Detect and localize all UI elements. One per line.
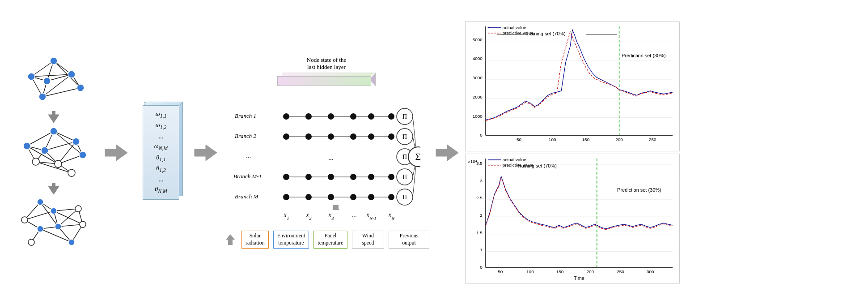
- svg-point-137: [350, 194, 356, 200]
- svg-marker-149: [436, 145, 458, 161]
- svg-text:Prediction set (30%): Prediction set (30%): [622, 53, 665, 58]
- vector-item-2: ω1,2: [146, 120, 176, 132]
- svg-text:50: 50: [517, 137, 522, 142]
- svg-point-14: [43, 77, 51, 85]
- svg-line-56: [58, 224, 83, 227]
- vector-item-8: θN,M: [146, 185, 176, 196]
- svg-text:200: 200: [587, 269, 594, 274]
- vector-item-5: θ1,1: [146, 153, 176, 164]
- svg-text:X1: X1: [283, 212, 289, 221]
- svg-point-70: [68, 239, 75, 245]
- svg-text:Π: Π: [402, 113, 407, 120]
- svg-text:5000: 5000: [473, 37, 483, 42]
- svg-point-122: [305, 133, 312, 140]
- svg-point-62: [37, 199, 43, 205]
- svg-line-20: [27, 131, 54, 146]
- svg-point-116: [305, 113, 312, 120]
- svg-text:1000: 1000: [473, 114, 483, 119]
- svg-rect-179: [466, 154, 679, 283]
- svg-point-118: [350, 113, 356, 120]
- svg-text:XN: XN: [388, 212, 395, 221]
- svg-text:50: 50: [498, 269, 503, 274]
- svg-point-39: [72, 138, 80, 145]
- svg-marker-148: [226, 234, 235, 245]
- svg-point-130: [328, 174, 334, 180]
- svg-point-126: [388, 133, 394, 140]
- vector-section: ω1,1 ω1,2 ... ωN,M θ1,1 θ1,2 ... θN,M: [134, 105, 188, 200]
- svg-point-63: [21, 217, 28, 223]
- mid-graph: [18, 126, 89, 180]
- svg-point-123: [328, 133, 334, 140]
- svg-rect-19: [52, 111, 55, 116]
- svg-text:predictive value: predictive value: [503, 30, 534, 35]
- svg-text:100: 100: [526, 269, 534, 274]
- svg-text:1.5: 1.5: [476, 230, 483, 235]
- svg-point-132: [368, 174, 374, 180]
- svg-point-43: [68, 169, 75, 176]
- down-arrow-1: [45, 110, 63, 124]
- svg-text:Π: Π: [402, 154, 407, 160]
- label-wind: Wind speed: [352, 231, 384, 248]
- input-legend: Solarradiation Environmenttemperature Pa…: [224, 231, 429, 248]
- svg-point-131: [350, 174, 356, 180]
- svg-text:Π: Π: [402, 133, 407, 140]
- arrow-right-2: [192, 139, 219, 166]
- network-section: Node state of thelast hidden layer Branc…: [224, 56, 429, 248]
- svg-text:...: ...: [351, 211, 356, 219]
- svg-point-36: [50, 128, 57, 135]
- svg-text:200: 200: [615, 137, 623, 142]
- svg-text:Prediction set (30%): Prediction set (30%): [617, 187, 661, 193]
- svg-text:0: 0: [480, 133, 483, 137]
- svg-point-40: [79, 151, 86, 159]
- svg-text:150: 150: [556, 269, 564, 274]
- label-solar: Solarradiation: [241, 231, 269, 248]
- svg-text:Branch 1: Branch 1: [235, 112, 256, 119]
- top-graph: [18, 54, 89, 108]
- svg-point-125: [368, 133, 374, 140]
- svg-rect-45: [52, 183, 55, 188]
- svg-text:Σ: Σ: [415, 151, 420, 162]
- vector-item-1: ω1,1: [146, 109, 176, 120]
- label-panel: Paneltemperature: [313, 231, 347, 248]
- svg-point-13: [28, 73, 35, 80]
- down-arrow-2: [45, 182, 63, 195]
- svg-point-64: [51, 208, 57, 214]
- svg-text:4000: 4000: [473, 56, 483, 61]
- svg-point-115: [283, 113, 289, 120]
- svg-text:×10⁴: ×10⁴: [468, 159, 477, 164]
- bot-graph: [18, 198, 89, 251]
- svg-line-55: [58, 209, 78, 227]
- svg-point-128: [283, 174, 289, 180]
- svg-text:Branch M-1: Branch M-1: [233, 173, 262, 180]
- arrow-right-1: [103, 139, 130, 166]
- svg-text:X2: X2: [305, 212, 312, 221]
- svg-text:3: 3: [480, 178, 483, 183]
- svg-point-38: [41, 147, 48, 154]
- svg-point-12: [50, 57, 57, 64]
- vector-item-3: ...: [146, 132, 176, 142]
- svg-point-15: [68, 71, 75, 78]
- node-state-label: Node state of thelast hidden layer: [307, 56, 346, 71]
- svg-text:XN-1: XN-1: [366, 212, 377, 221]
- svg-point-42: [55, 160, 62, 168]
- svg-point-136: [328, 194, 334, 200]
- svg-text:...: ...: [328, 154, 334, 161]
- svg-text:3.5: 3.5: [476, 161, 483, 166]
- svg-text:X3: X3: [328, 212, 334, 221]
- svg-point-119: [368, 113, 374, 120]
- svg-point-41: [32, 158, 39, 165]
- svg-text:Π: Π: [402, 174, 407, 180]
- svg-text:1: 1: [480, 248, 483, 253]
- chart-2: ×10⁴ 0 1 1.5 2 2.5 3 3.5 50 100 150: [465, 154, 680, 284]
- svg-text:100: 100: [549, 137, 556, 142]
- svg-text:Π: Π: [402, 194, 407, 201]
- svg-text:2000: 2000: [473, 95, 483, 99]
- svg-line-50: [25, 211, 54, 220]
- svg-line-0: [31, 61, 54, 77]
- label-env: Environmenttemperature: [273, 231, 309, 248]
- svg-point-66: [80, 221, 86, 228]
- svg-point-129: [305, 174, 312, 180]
- svg-line-51: [54, 209, 78, 211]
- svg-point-67: [55, 223, 61, 230]
- svg-text:Time: Time: [574, 275, 584, 281]
